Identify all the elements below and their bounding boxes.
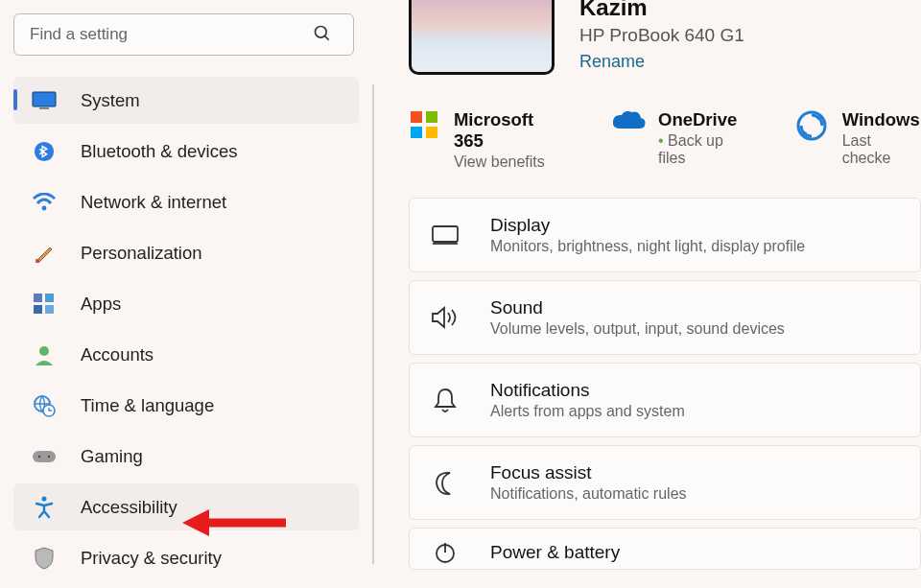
nav-item-system[interactable]: System [13, 77, 359, 124]
service-title: OneDrive [658, 109, 744, 130]
service-title: Microsoft 365 [454, 109, 558, 152]
svg-rect-18 [411, 111, 422, 123]
card-title: Sound [490, 297, 785, 318]
shield-icon [31, 545, 58, 572]
svg-point-15 [38, 455, 40, 457]
svg-rect-2 [33, 92, 56, 106]
ms365-icon [409, 109, 440, 144]
bluetooth-icon [31, 138, 58, 165]
nav-item-accounts[interactable]: Accounts [13, 331, 359, 378]
card-power[interactable]: Power & battery [409, 528, 921, 570]
profile-device: HP ProBook 640 G1 [579, 25, 744, 46]
card-notifications[interactable]: Notifications Alerts from apps and syste… [409, 363, 921, 437]
onedrive-icon [610, 109, 645, 144]
svg-point-4 [35, 141, 54, 160]
svg-line-1 [325, 36, 329, 40]
nav-label: Accounts [81, 344, 154, 365]
moon-icon [429, 466, 461, 499]
card-sub: Volume levels, output, input, sound devi… [490, 320, 785, 338]
service-title: Windows [842, 109, 921, 130]
nav-label: Time & language [81, 395, 214, 416]
profile-header: Kazim HP ProBook 640 G1 Rename [409, 0, 921, 75]
service-sub: Back up files [658, 132, 744, 167]
svg-rect-21 [426, 127, 437, 138]
card-title: Focus assist [490, 462, 687, 483]
nav-label: Personalization [81, 243, 202, 264]
nav-label: Gaming [81, 446, 143, 467]
nav-item-time-language[interactable]: Time & language [13, 382, 359, 429]
bell-icon [429, 384, 461, 416]
avatar [409, 0, 555, 75]
search-wrap [13, 13, 359, 56]
card-sub: Monitors, brightness, night light, displ… [490, 238, 805, 255]
nav-label: Apps [81, 294, 121, 315]
svg-point-0 [316, 27, 327, 38]
svg-rect-14 [33, 451, 56, 462]
svg-rect-9 [34, 305, 42, 314]
brush-icon [31, 240, 58, 267]
rename-link[interactable]: Rename [579, 52, 744, 72]
nav-list: System Bluetooth & devices Network & int… [13, 77, 359, 581]
svg-rect-10 [45, 305, 54, 314]
gamepad-icon [31, 443, 58, 470]
search-input[interactable] [13, 13, 354, 56]
nav-label: Privacy & security [81, 548, 222, 569]
services-row: Microsoft 365 View benefits OneDrive Bac… [409, 109, 921, 171]
svg-rect-7 [34, 294, 42, 302]
search-icon [313, 24, 332, 47]
card-display[interactable]: Display Monitors, brightness, night ligh… [409, 198, 921, 272]
svg-rect-19 [426, 111, 437, 123]
svg-point-5 [42, 205, 47, 210]
update-icon [795, 109, 829, 144]
globe-clock-icon [31, 392, 58, 419]
monitor-icon [31, 87, 58, 114]
service-sub: View benefits [454, 153, 558, 171]
nav-label: Bluetooth & devices [81, 141, 238, 162]
service-sub: Last checke [842, 132, 921, 167]
svg-point-6 [35, 258, 39, 262]
card-sub: Notifications, automatic rules [490, 485, 687, 503]
svg-rect-8 [45, 294, 54, 302]
wifi-icon [31, 189, 58, 216]
sidebar: System Bluetooth & devices Network & int… [0, 0, 372, 588]
card-title: Display [490, 215, 805, 236]
nav-item-gaming[interactable]: Gaming [13, 433, 359, 480]
svg-rect-20 [411, 127, 422, 138]
card-sub: Alerts from apps and system [490, 403, 685, 420]
card-title: Notifications [490, 380, 685, 401]
svg-point-11 [39, 346, 49, 356]
person-icon [31, 341, 58, 368]
nav-item-apps[interactable]: Apps [13, 280, 359, 327]
nav-label: Accessibility [81, 497, 177, 518]
svg-rect-3 [39, 107, 49, 109]
profile-name: Kazim [579, 0, 744, 21]
accessibility-icon [31, 494, 58, 521]
service-onedrive[interactable]: OneDrive Back up files [610, 109, 744, 171]
card-title: Power & battery [490, 542, 620, 563]
sound-icon [429, 301, 461, 334]
nav-label: Network & internet [81, 192, 226, 213]
svg-point-17 [42, 496, 47, 501]
svg-rect-23 [433, 226, 458, 242]
power-icon [429, 536, 461, 569]
display-icon [429, 219, 461, 251]
nav-item-network[interactable]: Network & internet [13, 178, 359, 225]
svg-point-16 [48, 455, 50, 457]
nav-item-bluetooth[interactable]: Bluetooth & devices [13, 128, 359, 175]
nav-item-privacy[interactable]: Privacy & security [13, 534, 359, 581]
main-content: Kazim HP ProBook 640 G1 Rename Microsoft… [372, 0, 921, 588]
settings-cards: Display Monitors, brightness, night ligh… [409, 198, 921, 570]
service-ms365[interactable]: Microsoft 365 View benefits [409, 109, 558, 171]
nav-item-personalization[interactable]: Personalization [13, 229, 359, 276]
service-windows-update[interactable]: Windows Last checke [795, 109, 921, 171]
apps-icon [31, 291, 58, 318]
card-focus-assist[interactable]: Focus assist Notifications, automatic ru… [409, 445, 921, 520]
card-sound[interactable]: Sound Volume levels, output, input, soun… [409, 280, 921, 355]
nav-item-accessibility[interactable]: Accessibility [13, 483, 359, 530]
nav-label: System [81, 90, 140, 111]
